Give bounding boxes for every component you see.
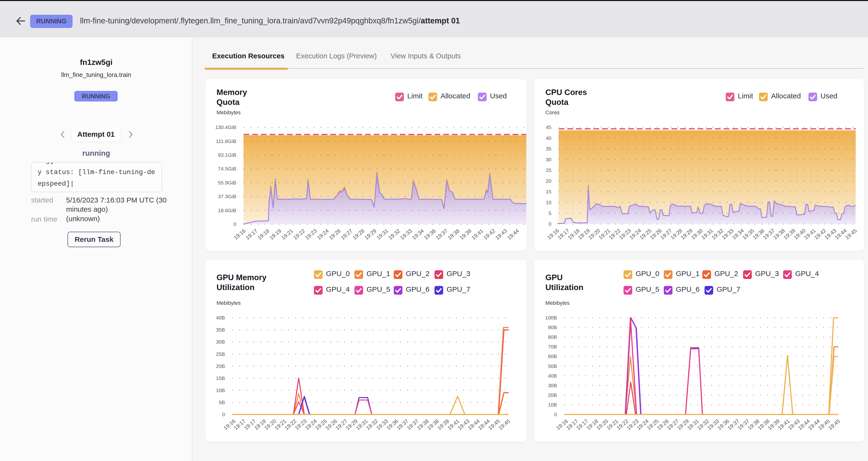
svg-text:19:29: 19:29 [676, 418, 690, 431]
svg-text:19:37: 19:37 [726, 418, 740, 431]
svg-text:19:29: 19:29 [363, 228, 377, 241]
svg-text:19:41: 19:41 [470, 228, 485, 241]
svg-text:19:38: 19:38 [772, 227, 786, 241]
svg-text:19:34: 19:34 [731, 227, 745, 241]
svg-text:19:18: 19:18 [253, 418, 267, 431]
svg-text:19:20: 19:20 [595, 418, 609, 431]
svg-text:19:25: 19:25 [314, 418, 328, 431]
svg-text:5: 5 [549, 211, 551, 216]
svg-text:19:44: 19:44 [797, 418, 811, 431]
svg-text:19:41: 19:41 [777, 418, 791, 431]
svg-text:20: 20 [546, 178, 551, 184]
svg-text:19:16: 19:16 [555, 418, 569, 431]
svg-text:19:24: 19:24 [628, 227, 642, 241]
svg-text:19:38: 19:38 [446, 228, 461, 241]
svg-text:19:23: 19:23 [294, 418, 308, 431]
svg-text:0: 0 [549, 221, 551, 227]
svg-text:19:38: 19:38 [426, 418, 440, 431]
svg-text:19:39: 19:39 [436, 418, 450, 431]
svg-text:19:22: 19:22 [608, 227, 622, 241]
svg-text:19:29: 19:29 [345, 418, 359, 431]
svg-text:37.3GiB: 37.3GiB [218, 194, 236, 199]
svg-text:60B: 60B [548, 354, 557, 359]
svg-text:19:36: 19:36 [423, 228, 437, 241]
svg-text:19:24: 19:24 [636, 418, 650, 431]
svg-text:19:32: 19:32 [711, 227, 724, 241]
svg-text:19:44: 19:44 [477, 418, 491, 431]
svg-text:35B: 35B [216, 327, 225, 333]
svg-text:19:32: 19:32 [696, 418, 710, 431]
svg-text:19:23: 19:23 [626, 418, 640, 431]
svg-text:19:37: 19:37 [736, 418, 750, 431]
svg-text:19:37: 19:37 [396, 418, 409, 431]
svg-text:19:37: 19:37 [762, 227, 776, 241]
svg-text:19:40: 19:40 [793, 227, 807, 241]
svg-text:19:36: 19:36 [716, 418, 730, 431]
svg-text:19:39: 19:39 [459, 228, 472, 241]
svg-text:74.5GiB: 74.5GiB [218, 166, 236, 172]
svg-text:19:28: 19:28 [669, 227, 683, 241]
svg-text:19:44: 19:44 [834, 227, 848, 241]
svg-text:19:19: 19:19 [268, 228, 282, 241]
svg-text:19:43: 19:43 [494, 228, 508, 241]
svg-text:19:16: 19:16 [222, 418, 237, 431]
svg-text:19:18: 19:18 [256, 228, 271, 241]
svg-text:19:29: 19:29 [680, 227, 694, 241]
svg-text:19:20: 19:20 [587, 227, 601, 241]
svg-text:19:18: 19:18 [567, 227, 581, 241]
svg-text:19:24: 19:24 [316, 228, 330, 241]
svg-text:93.1GiB: 93.1GiB [218, 152, 236, 158]
svg-text:55.9GiB: 55.9GiB [218, 180, 236, 185]
svg-text:19:24: 19:24 [304, 418, 318, 431]
svg-text:80B: 80B [548, 334, 557, 340]
svg-text:25: 25 [546, 167, 551, 173]
svg-text:19:38: 19:38 [756, 418, 771, 431]
svg-text:0: 0 [222, 411, 225, 417]
svg-text:19:42: 19:42 [482, 228, 496, 241]
svg-text:20B: 20B [216, 363, 225, 369]
svg-text:19:36: 19:36 [385, 418, 399, 431]
svg-text:19:31: 19:31 [686, 418, 700, 431]
svg-text:19:41: 19:41 [803, 227, 817, 241]
svg-text:19:31: 19:31 [355, 418, 369, 431]
svg-text:19:26: 19:26 [649, 227, 663, 241]
svg-text:19:17: 19:17 [565, 418, 579, 431]
svg-text:19:26: 19:26 [324, 418, 338, 431]
svg-text:19:17: 19:17 [233, 418, 247, 431]
svg-text:19:44: 19:44 [807, 418, 821, 431]
svg-text:18.6GiB: 18.6GiB [218, 208, 236, 213]
svg-text:30B: 30B [216, 339, 225, 344]
svg-text:20B: 20B [548, 392, 557, 398]
svg-text:19:42: 19:42 [813, 227, 827, 241]
svg-text:100B: 100B [545, 315, 557, 320]
svg-text:19:18: 19:18 [585, 418, 599, 431]
svg-text:19:28: 19:28 [351, 228, 366, 241]
svg-text:40B: 40B [548, 373, 557, 378]
svg-text:111.8GiB: 111.8GiB [216, 139, 236, 144]
svg-text:19:45: 19:45 [497, 418, 511, 431]
svg-text:19:27: 19:27 [666, 418, 680, 431]
svg-text:19:21: 19:21 [606, 418, 619, 431]
svg-text:30: 30 [546, 157, 551, 162]
svg-text:19:22: 19:22 [292, 228, 306, 241]
svg-text:19:33: 19:33 [399, 228, 413, 241]
svg-text:35: 35 [546, 146, 551, 151]
svg-text:40B: 40B [216, 315, 225, 320]
svg-text:19:33: 19:33 [721, 227, 735, 241]
svg-text:5B: 5B [219, 400, 225, 405]
svg-text:19:34: 19:34 [411, 228, 425, 241]
svg-text:19:17: 19:17 [245, 228, 258, 241]
svg-text:19:22: 19:22 [283, 418, 298, 431]
svg-text:10B: 10B [548, 402, 557, 407]
svg-text:19:37: 19:37 [435, 228, 449, 241]
svg-text:30B: 30B [548, 382, 557, 388]
svg-text:25B: 25B [216, 351, 225, 357]
svg-text:10: 10 [546, 199, 551, 205]
svg-text:19:44: 19:44 [506, 228, 520, 241]
svg-text:19:19: 19:19 [577, 227, 591, 241]
svg-text:19:33: 19:33 [375, 418, 389, 431]
svg-text:0: 0 [554, 411, 557, 417]
svg-text:19:21: 19:21 [273, 418, 287, 431]
svg-text:19:35: 19:35 [741, 227, 755, 241]
svg-text:19:23: 19:23 [304, 228, 318, 241]
